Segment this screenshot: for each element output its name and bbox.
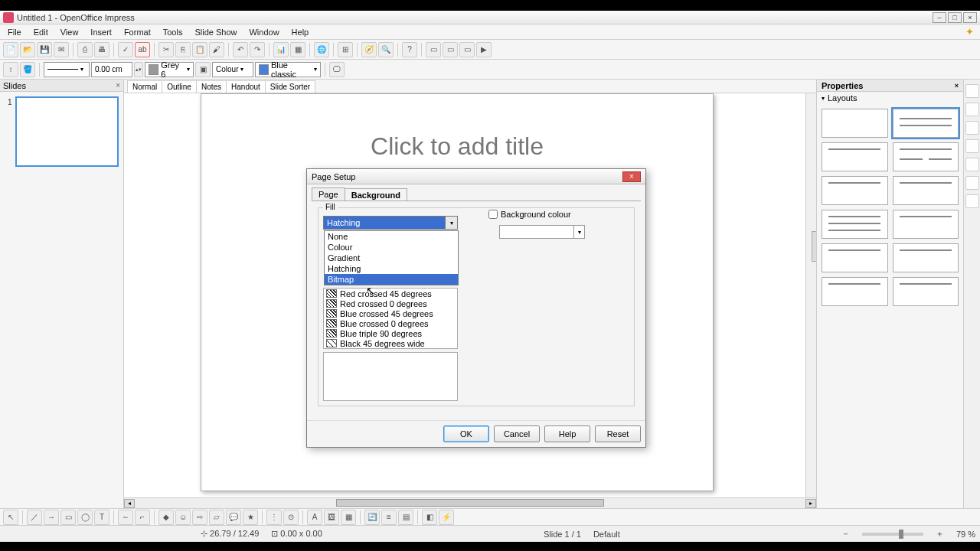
reset-button[interactable]: Reset [595, 425, 641, 442]
maximize-button[interactable]: □ [948, 12, 962, 23]
close-button[interactable]: × [963, 12, 977, 23]
flowchart-icon[interactable]: ▱ [209, 510, 224, 525]
canvas-resize-handle[interactable] [812, 231, 816, 262]
display-icon[interactable]: 🖵 [329, 62, 345, 77]
gallery2-icon[interactable]: ▦ [341, 510, 356, 525]
align-icon[interactable]: ≡ [381, 510, 397, 525]
extrusion-icon[interactable]: ◧ [422, 510, 437, 525]
layout-8[interactable] [893, 210, 959, 239]
grid-icon[interactable]: ⊞ [338, 42, 353, 57]
menu-edit[interactable]: Edit [28, 26, 54, 38]
layout-3[interactable] [822, 142, 888, 171]
pdf-icon[interactable]: ⎙ [77, 42, 93, 57]
paint-icon[interactable]: 🪣 [20, 62, 35, 77]
properties-close-icon[interactable]: × [955, 82, 959, 90]
stars-icon[interactable]: ★ [243, 510, 258, 525]
chevron-down-icon[interactable]: ▾ [445, 217, 457, 229]
hyperlink-icon[interactable]: 🌐 [314, 42, 329, 57]
connector-tool-icon[interactable]: ⌐ [135, 510, 150, 525]
fill-mode-dropdown[interactable]: Colour [212, 62, 253, 77]
brush-icon[interactable]: 🖌 [209, 42, 224, 57]
option-gradient[interactable]: Gradient [325, 253, 458, 263]
sidebar-gallery-icon[interactable] [965, 158, 979, 171]
layout-9[interactable] [822, 243, 888, 272]
redo-icon[interactable]: ↷ [250, 42, 265, 57]
layout-6[interactable] [893, 176, 959, 205]
slide2-icon[interactable]: ▭ [443, 42, 458, 57]
layouts-section-header[interactable]: Layouts [817, 92, 963, 104]
cancel-button[interactable]: Cancel [494, 425, 540, 442]
background-colour-checkbox[interactable] [488, 210, 498, 219]
layout-title[interactable] [893, 109, 959, 138]
autospell-icon[interactable]: ab [135, 42, 150, 57]
undo-icon[interactable]: ↶ [233, 42, 248, 57]
line-tool-icon[interactable]: ／ [27, 510, 42, 525]
line-color-dropdown[interactable]: Grey 6 [145, 62, 194, 77]
option-bitmap[interactable]: Bitmap [325, 274, 458, 285]
tab-handout[interactable]: Handout [226, 80, 266, 93]
print-icon[interactable]: 🖶 [94, 42, 109, 57]
arrows-icon[interactable]: ⇨ [192, 510, 207, 525]
slides-panel-close-icon[interactable]: × [116, 81, 120, 90]
ok-button[interactable]: OK [443, 425, 489, 442]
dialog-tab-page[interactable]: Page [312, 187, 345, 201]
zoom-out-icon[interactable]: － [841, 528, 850, 540]
title-placeholder[interactable]: Click to add title [371, 132, 544, 161]
line-style-dropdown[interactable] [44, 62, 90, 77]
fontwork-icon[interactable]: A [307, 510, 322, 525]
pattern-list[interactable]: Red crossed 45 degrees Red crossed 0 deg… [323, 288, 458, 349]
help-icon[interactable]: ? [402, 42, 417, 57]
layout-10[interactable] [893, 243, 959, 272]
option-hatching[interactable]: Hatching [325, 263, 458, 274]
fill-color-dropdown[interactable]: Blue classic [255, 62, 321, 77]
save-icon[interactable]: 💾 [37, 42, 52, 57]
layout-12[interactable] [893, 277, 959, 306]
menu-help[interactable]: Help [286, 26, 315, 38]
menu-slideshow[interactable]: Slide Show [188, 26, 243, 38]
arrow-icon[interactable]: ↕ [3, 62, 18, 77]
dialog-tab-background[interactable]: Background [345, 188, 407, 201]
layout-blank[interactable] [822, 109, 888, 138]
menu-tools[interactable]: Tools [157, 26, 189, 38]
menu-format[interactable]: Format [118, 26, 157, 38]
option-colour[interactable]: Colour [325, 242, 458, 253]
curve-tool-icon[interactable]: ～ [118, 510, 133, 525]
tab-notes[interactable]: Notes [196, 80, 227, 93]
copy-icon[interactable]: ⎘ [175, 42, 191, 57]
help-button[interactable]: Help [544, 425, 590, 442]
sidebar-functions-icon[interactable] [965, 194, 979, 208]
text-tool-icon[interactable]: T [94, 510, 109, 525]
design-icon[interactable]: ▭ [459, 42, 475, 57]
layout-4[interactable] [893, 142, 959, 171]
new-icon[interactable]: 📄 [3, 42, 18, 57]
shadow-icon[interactable]: ▣ [195, 62, 211, 77]
fromfile-icon[interactable]: 🖼 [324, 510, 339, 525]
sidebar-animation-icon[interactable] [965, 121, 979, 135]
menu-insert[interactable]: Insert [84, 26, 118, 38]
background-colour-dropdown[interactable]: ▾ [499, 225, 585, 239]
horizontal-scrollbar[interactable]: ◂▸ [124, 497, 816, 508]
select-tool-icon[interactable]: ↖ [3, 510, 18, 525]
spinner-icon[interactable]: ▴▾ [134, 62, 143, 77]
shapes-icon[interactable]: ◆ [158, 510, 174, 525]
zoom-slider[interactable] [862, 533, 923, 536]
open-icon[interactable]: 📂 [20, 42, 35, 57]
minimize-button[interactable]: – [933, 12, 946, 23]
menu-window[interactable]: Window [243, 26, 285, 38]
slide-icon[interactable]: ▭ [426, 42, 441, 57]
glue-icon[interactable]: ⊙ [283, 510, 299, 525]
tab-slidesorter[interactable]: Slide Sorter [265, 80, 315, 93]
points-icon[interactable]: ⋮ [266, 510, 282, 525]
sidebar-properties-icon[interactable] [965, 84, 979, 98]
callout-icon[interactable]: 💬 [226, 510, 241, 525]
sidebar-transition-icon[interactable] [965, 139, 979, 153]
status-style[interactable]: Default [593, 530, 620, 539]
ellipse-tool-icon[interactable]: ◯ [77, 510, 93, 525]
dialog-close-icon[interactable]: × [622, 171, 641, 182]
update-star-icon[interactable]: ✦ [965, 26, 974, 37]
chart-icon[interactable]: 📊 [273, 42, 289, 57]
menu-file[interactable]: File [2, 26, 28, 38]
slide-thumbnail-1[interactable]: 1 [15, 96, 119, 167]
start-icon[interactable]: ▶ [476, 42, 492, 57]
tab-normal[interactable]: Normal [127, 80, 162, 93]
